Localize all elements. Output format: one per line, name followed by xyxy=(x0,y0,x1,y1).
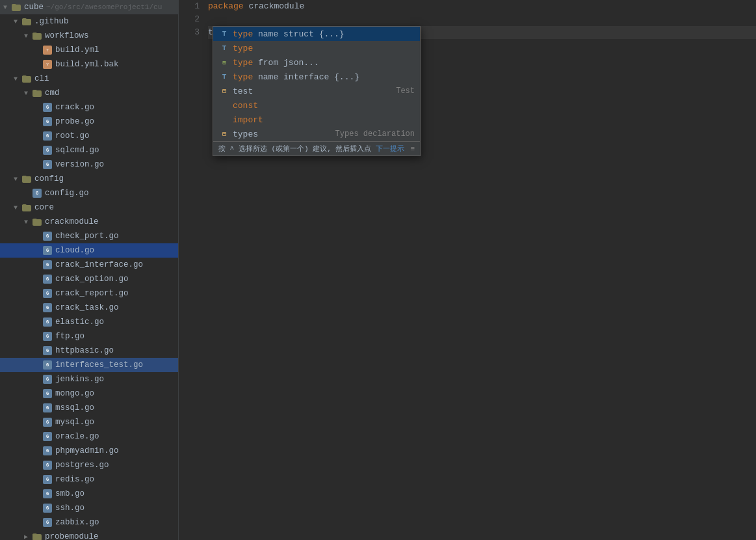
ac-item-test[interactable]: ⊟testTest xyxy=(213,84,420,98)
go-file-icon: G xyxy=(42,518,53,527)
ac-text-part: const xyxy=(233,101,258,111)
tree-item-probe_go[interactable]: Gprobe.go xyxy=(0,115,178,129)
ac-icon: ⊟ xyxy=(218,87,230,95)
tree-item-elastic_go[interactable]: Gelastic.go xyxy=(0,315,178,329)
go-file-icon: G xyxy=(42,489,53,498)
go-file-icon: G xyxy=(42,504,53,513)
tree-item-crack_task_go[interactable]: Gcrack_task.go xyxy=(0,301,178,315)
code-editor: 123 package crackmodule t Ttype name str… xyxy=(179,0,756,540)
ac-item-type_struct[interactable]: Ttype name struct {...} xyxy=(213,27,420,41)
ac-text: type name struct {...} xyxy=(233,29,415,39)
tree-item-crack_go[interactable]: Gcrack.go xyxy=(0,100,178,115)
tree-item-config[interactable]: ▼config xyxy=(0,172,178,186)
tree-item-redis_go[interactable]: Gredis.go xyxy=(0,472,178,487)
ac-text-part: import xyxy=(233,115,263,125)
ac-text-part: type xyxy=(233,58,253,68)
go-file-icon: G xyxy=(42,160,53,169)
go-file-icon: G xyxy=(42,475,53,484)
tree-item-check_port_go[interactable]: Gcheck_port.go xyxy=(0,229,178,243)
tree-item-workflows[interactable]: ▼workflows xyxy=(0,29,178,43)
tree-item-cloud_go[interactable]: Gcloud.go xyxy=(0,243,178,258)
folder-icon xyxy=(31,90,43,97)
file-tree[interactable]: ▼cube~/go/src/awesomeProject1/cu▼.github… xyxy=(0,0,179,540)
ac-item-type_json[interactable]: ⊞type from json... xyxy=(213,55,420,70)
tree-item-httpbasic_go[interactable]: Ghttpbasic.go xyxy=(0,344,178,358)
tree-item-build_yml[interactable]: Ybuild.yml xyxy=(0,43,178,57)
go-file-icon: G xyxy=(42,389,53,398)
ac-tail: Types declaration xyxy=(335,129,415,139)
tree-item-build_yml_bak[interactable]: Ybuild.yml.bak xyxy=(0,57,178,72)
ac-footer-link[interactable]: 下一提示 xyxy=(376,144,404,154)
tree-item-jenkins_go[interactable]: Gjenkins.go xyxy=(0,372,178,386)
go-file-icon: G xyxy=(42,131,53,141)
autocomplete-dropdown[interactable]: Ttype name struct {...}Ttype⊞type from j… xyxy=(213,26,421,156)
tree-item-crack_report_go[interactable]: Gcrack_report.go xyxy=(0,286,178,301)
ac-text: import xyxy=(233,115,415,125)
ac-icon: ⊞ xyxy=(218,59,230,66)
folder-icon xyxy=(21,75,33,83)
ac-icon: ⊟ xyxy=(218,130,230,138)
tree-label: build.yml.bak xyxy=(55,60,119,69)
ac-text-part: name struct {...} xyxy=(253,29,344,39)
tree-label: core xyxy=(34,203,54,212)
go-file-icon: G xyxy=(42,317,53,327)
tree-item-ftp_go[interactable]: Gftp.go xyxy=(0,329,178,344)
tree-item-config_go[interactable]: Gconfig.go xyxy=(0,186,178,200)
tree-item-mssql_go[interactable]: Gmssql.go xyxy=(0,401,178,415)
tree-item-oracle_go[interactable]: Goracle.go xyxy=(0,429,178,444)
go-file-icon: G xyxy=(42,332,53,341)
tree-item-probemodule[interactable]: ▶probemodule xyxy=(0,530,178,540)
tree-label: smb.go xyxy=(55,489,85,498)
go-file-icon: G xyxy=(42,246,53,255)
tree-label: crack_interface.go xyxy=(55,260,143,269)
tree-item-postgres_go[interactable]: Gpostgres.go xyxy=(0,458,178,472)
ac-item-types[interactable]: ⊟typesTypes declaration xyxy=(213,127,420,141)
ac-item-import[interactable]: import xyxy=(213,113,420,127)
tree-item-mysql_go[interactable]: Gmysql.go xyxy=(0,415,178,429)
ac-text-part: types xyxy=(233,129,258,139)
tree-arrow: ▼ xyxy=(21,219,31,226)
ac-text-part: type xyxy=(233,29,253,39)
tree-label: cloud.go xyxy=(55,246,94,255)
ac-menu-button[interactable]: ≡ xyxy=(410,145,415,153)
code-line-2 xyxy=(208,13,756,26)
tree-item-zabbix_go[interactable]: Gzabbix.go xyxy=(0,515,178,530)
go-file-icon: G xyxy=(42,418,53,427)
tree-item-interfaces_test_go[interactable]: Ginterfaces_test.go xyxy=(0,358,178,372)
tree-item-crack_interface_go[interactable]: Gcrack_interface.go xyxy=(0,258,178,272)
tree-item-phpmyadmin_go[interactable]: Gphpmyadmin.go xyxy=(0,444,178,458)
tree-item-sqlcmd_go[interactable]: Gsqlcmd.go xyxy=(0,143,178,157)
ac-text: type xyxy=(233,44,415,53)
tree-item-smb_go[interactable]: Gsmb.go xyxy=(0,487,178,501)
tree-label: cli xyxy=(34,74,49,83)
tree-item-ssh_go[interactable]: Gssh.go xyxy=(0,501,178,515)
go-file-icon: G xyxy=(42,360,53,370)
tree-item-mongo_go[interactable]: Gmongo.go xyxy=(0,386,178,401)
tree-label: elastic.go xyxy=(55,317,104,327)
tree-item-cmd[interactable]: ▼cmd xyxy=(0,86,178,100)
tree-label: ftp.go xyxy=(55,332,85,341)
tree-label: .github xyxy=(34,17,69,26)
go-file-icon: G xyxy=(42,303,53,312)
tree-item-version_go[interactable]: Gversion.go xyxy=(0,157,178,172)
tree-item-crackmodule[interactable]: ▼crackmodule xyxy=(0,215,178,229)
tree-item-crack_option_go[interactable]: Gcrack_option.go xyxy=(0,272,178,286)
ac-item-type_plain[interactable]: Ttype xyxy=(213,41,420,55)
tree-label: postgres.go xyxy=(55,461,109,470)
tree-label: probe.go xyxy=(55,117,94,126)
tree-label: crack_task.go xyxy=(55,303,119,312)
ac-item-const[interactable]: const xyxy=(213,98,420,113)
folder-icon xyxy=(10,4,22,11)
tree-item-core[interactable]: ▼core xyxy=(0,200,178,215)
tree-item-github[interactable]: ▼.github xyxy=(0,14,178,29)
tree-path: ~/go/src/awesomeProject1/cu xyxy=(46,3,162,11)
tree-label: root.go xyxy=(55,131,90,141)
tree-item-root[interactable]: ▼cube~/go/src/awesomeProject1/cu xyxy=(0,0,178,14)
go-file-icon: G xyxy=(31,189,43,198)
tree-item-root_go[interactable]: Groot.go xyxy=(0,129,178,143)
ac-item-type_interface[interactable]: Ttype name interface {...} xyxy=(213,70,420,84)
tree-item-cli[interactable]: ▼cli xyxy=(0,72,178,86)
tree-arrow: ▼ xyxy=(10,204,21,211)
ac-text: type name interface {...} xyxy=(233,72,415,82)
ac-text-part: type xyxy=(233,72,253,82)
